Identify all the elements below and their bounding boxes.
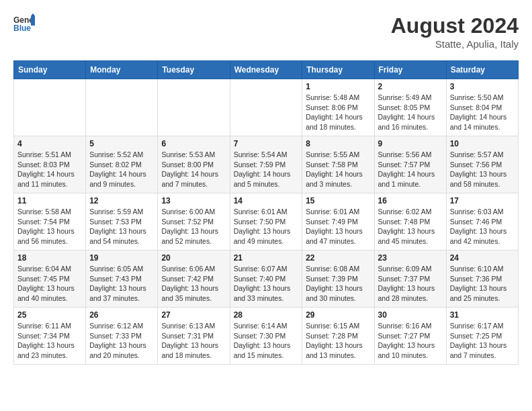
calendar-cell: 15Sunrise: 6:01 AM Sunset: 7:49 PM Dayli… bbox=[302, 193, 374, 250]
day-number: 24 bbox=[450, 253, 515, 263]
calendar-cell: 16Sunrise: 6:02 AM Sunset: 7:48 PM Dayli… bbox=[374, 193, 446, 250]
day-number: 21 bbox=[234, 253, 299, 263]
day-number: 17 bbox=[450, 196, 515, 205]
day-info: Sunrise: 6:00 AM Sunset: 7:52 PM Dayligh… bbox=[161, 207, 226, 246]
day-number: 7 bbox=[234, 139, 299, 148]
day-number: 9 bbox=[378, 139, 443, 148]
day-number: 20 bbox=[161, 253, 226, 263]
calendar-cell bbox=[14, 79, 86, 136]
col-header-tuesday: Tuesday bbox=[158, 61, 230, 79]
main-title: August 2024 bbox=[391, 13, 519, 38]
calendar-cell: 19Sunrise: 6:05 AM Sunset: 7:43 PM Dayli… bbox=[86, 250, 158, 308]
calendar-cell: 27Sunrise: 6:13 AM Sunset: 7:31 PM Dayli… bbox=[158, 308, 230, 365]
calendar-header-row: SundayMondayTuesdayWednesdayThursdayFrid… bbox=[14, 61, 519, 79]
day-info: Sunrise: 6:16 AM Sunset: 7:27 PM Dayligh… bbox=[378, 321, 443, 361]
calendar-cell: 25Sunrise: 6:11 AM Sunset: 7:34 PM Dayli… bbox=[14, 308, 86, 365]
calendar-cell: 11Sunrise: 5:58 AM Sunset: 7:54 PM Dayli… bbox=[14, 193, 86, 250]
week-row-4: 18Sunrise: 6:04 AM Sunset: 7:45 PM Dayli… bbox=[14, 250, 519, 308]
day-number: 4 bbox=[17, 139, 82, 148]
day-info: Sunrise: 5:49 AM Sunset: 8:05 PM Dayligh… bbox=[378, 93, 443, 132]
week-row-5: 25Sunrise: 6:11 AM Sunset: 7:34 PM Dayli… bbox=[14, 308, 519, 365]
calendar-cell bbox=[230, 79, 302, 136]
logo: General Blue bbox=[13, 13, 35, 32]
day-info: Sunrise: 6:07 AM Sunset: 7:40 PM Dayligh… bbox=[234, 264, 299, 304]
calendar-cell: 14Sunrise: 6:01 AM Sunset: 7:50 PM Dayli… bbox=[230, 193, 302, 250]
calendar-cell bbox=[86, 79, 158, 136]
col-header-sunday: Sunday bbox=[14, 61, 86, 79]
calendar-cell: 20Sunrise: 6:06 AM Sunset: 7:42 PM Dayli… bbox=[158, 250, 230, 308]
svg-marker-3 bbox=[31, 13, 35, 16]
day-number: 27 bbox=[161, 310, 226, 320]
svg-text:Blue: Blue bbox=[13, 24, 31, 32]
day-number: 14 bbox=[234, 196, 299, 205]
day-info: Sunrise: 5:59 AM Sunset: 7:53 PM Dayligh… bbox=[89, 207, 154, 246]
title-block: August 2024 Statte, Apulia, Italy bbox=[391, 13, 519, 50]
day-number: 15 bbox=[306, 196, 370, 205]
day-info: Sunrise: 5:48 AM Sunset: 8:06 PM Dayligh… bbox=[306, 93, 370, 132]
day-info: Sunrise: 5:55 AM Sunset: 7:58 PM Dayligh… bbox=[306, 150, 370, 189]
calendar-cell: 1Sunrise: 5:48 AM Sunset: 8:06 PM Daylig… bbox=[302, 79, 374, 136]
day-info: Sunrise: 6:12 AM Sunset: 7:33 PM Dayligh… bbox=[89, 321, 154, 361]
calendar-cell: 24Sunrise: 6:10 AM Sunset: 7:36 PM Dayli… bbox=[446, 250, 518, 308]
day-number: 26 bbox=[89, 310, 154, 320]
day-info: Sunrise: 6:13 AM Sunset: 7:31 PM Dayligh… bbox=[161, 321, 226, 361]
day-number: 31 bbox=[450, 310, 515, 320]
col-header-monday: Monday bbox=[86, 61, 158, 79]
day-number: 18 bbox=[17, 253, 82, 263]
calendar-cell: 4Sunrise: 5:51 AM Sunset: 8:03 PM Daylig… bbox=[14, 136, 86, 193]
day-info: Sunrise: 6:08 AM Sunset: 7:39 PM Dayligh… bbox=[306, 264, 370, 304]
calendar-cell: 2Sunrise: 5:49 AM Sunset: 8:05 PM Daylig… bbox=[374, 79, 446, 136]
day-info: Sunrise: 5:51 AM Sunset: 8:03 PM Dayligh… bbox=[17, 150, 82, 189]
day-number: 13 bbox=[161, 196, 226, 205]
day-number: 12 bbox=[89, 196, 154, 205]
calendar-cell: 10Sunrise: 5:57 AM Sunset: 7:56 PM Dayli… bbox=[446, 136, 518, 193]
calendar-cell: 8Sunrise: 5:55 AM Sunset: 7:58 PM Daylig… bbox=[302, 136, 374, 193]
calendar-table: SundayMondayTuesdayWednesdayThursdayFrid… bbox=[13, 60, 519, 365]
calendar-cell: 26Sunrise: 6:12 AM Sunset: 7:33 PM Dayli… bbox=[86, 308, 158, 365]
day-info: Sunrise: 5:56 AM Sunset: 7:57 PM Dayligh… bbox=[378, 150, 443, 189]
day-number: 3 bbox=[450, 82, 515, 91]
day-info: Sunrise: 6:05 AM Sunset: 7:43 PM Dayligh… bbox=[89, 264, 154, 304]
page-header: General Blue August 2024 Statte, Apulia,… bbox=[13, 13, 519, 50]
col-header-saturday: Saturday bbox=[446, 61, 518, 79]
day-number: 29 bbox=[306, 310, 370, 320]
calendar-cell: 6Sunrise: 5:53 AM Sunset: 8:00 PM Daylig… bbox=[158, 136, 230, 193]
day-info: Sunrise: 5:58 AM Sunset: 7:54 PM Dayligh… bbox=[17, 207, 82, 246]
calendar-cell: 5Sunrise: 5:52 AM Sunset: 8:02 PM Daylig… bbox=[86, 136, 158, 193]
day-number: 5 bbox=[89, 139, 154, 148]
week-row-2: 4Sunrise: 5:51 AM Sunset: 8:03 PM Daylig… bbox=[14, 136, 519, 193]
calendar-cell: 31Sunrise: 6:17 AM Sunset: 7:25 PM Dayli… bbox=[446, 308, 518, 365]
day-number: 30 bbox=[378, 310, 443, 320]
week-row-1: 1Sunrise: 5:48 AM Sunset: 8:06 PM Daylig… bbox=[14, 79, 519, 136]
calendar-cell: 17Sunrise: 6:03 AM Sunset: 7:46 PM Dayli… bbox=[446, 193, 518, 250]
day-info: Sunrise: 6:01 AM Sunset: 7:50 PM Dayligh… bbox=[234, 207, 299, 246]
day-number: 11 bbox=[17, 196, 82, 205]
calendar-cell: 13Sunrise: 6:00 AM Sunset: 7:52 PM Dayli… bbox=[158, 193, 230, 250]
calendar-cell: 30Sunrise: 6:16 AM Sunset: 7:27 PM Dayli… bbox=[374, 308, 446, 365]
day-info: Sunrise: 6:02 AM Sunset: 7:48 PM Dayligh… bbox=[378, 207, 443, 246]
calendar-cell: 3Sunrise: 5:50 AM Sunset: 8:04 PM Daylig… bbox=[446, 79, 518, 136]
day-number: 10 bbox=[450, 139, 515, 148]
subtitle: Statte, Apulia, Italy bbox=[391, 38, 519, 50]
day-number: 25 bbox=[17, 310, 82, 320]
col-header-friday: Friday bbox=[374, 61, 446, 79]
calendar-cell: 28Sunrise: 6:14 AM Sunset: 7:30 PM Dayli… bbox=[230, 308, 302, 365]
day-number: 22 bbox=[306, 253, 370, 263]
day-number: 23 bbox=[378, 253, 443, 263]
col-header-wednesday: Wednesday bbox=[230, 61, 302, 79]
day-info: Sunrise: 5:50 AM Sunset: 8:04 PM Dayligh… bbox=[450, 93, 515, 132]
day-info: Sunrise: 6:09 AM Sunset: 7:37 PM Dayligh… bbox=[378, 264, 443, 304]
day-info: Sunrise: 6:01 AM Sunset: 7:49 PM Dayligh… bbox=[306, 207, 370, 246]
day-info: Sunrise: 6:17 AM Sunset: 7:25 PM Dayligh… bbox=[450, 321, 515, 361]
calendar-cell: 18Sunrise: 6:04 AM Sunset: 7:45 PM Dayli… bbox=[14, 250, 86, 308]
calendar-cell: 22Sunrise: 6:08 AM Sunset: 7:39 PM Dayli… bbox=[302, 250, 374, 308]
col-header-thursday: Thursday bbox=[302, 61, 374, 79]
svg-marker-2 bbox=[31, 16, 35, 26]
day-info: Sunrise: 6:06 AM Sunset: 7:42 PM Dayligh… bbox=[161, 264, 226, 304]
day-number: 28 bbox=[234, 310, 299, 320]
logo-icon: General Blue bbox=[13, 13, 35, 32]
day-info: Sunrise: 6:11 AM Sunset: 7:34 PM Dayligh… bbox=[17, 321, 82, 361]
day-info: Sunrise: 6:15 AM Sunset: 7:28 PM Dayligh… bbox=[306, 321, 370, 361]
calendar-cell bbox=[158, 79, 230, 136]
day-number: 6 bbox=[161, 139, 226, 148]
